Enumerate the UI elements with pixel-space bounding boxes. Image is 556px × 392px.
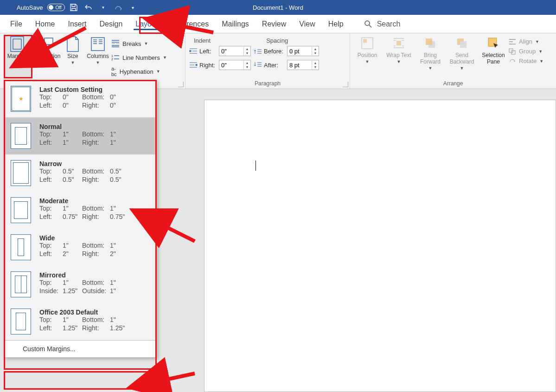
document-page[interactable] — [204, 100, 556, 392]
group-objects-button[interactable]: Group▼ — [509, 48, 543, 55]
margin-preset-title: Wide — [39, 234, 152, 242]
margin-val: 1" — [110, 139, 129, 146]
svg-rect-15 — [363, 39, 367, 43]
svg-line-27 — [162, 373, 195, 380]
spacing-before-input[interactable] — [288, 46, 312, 56]
indent-header: Indent — [194, 37, 211, 44]
margin-preset-narrow[interactable]: NarrowTop:0.5"Bottom:0.5"Left:0.5"Right:… — [4, 154, 156, 192]
spin-up-icon[interactable]: ▲ — [244, 47, 250, 51]
spacing-after-icon — [254, 62, 262, 68]
custom-margins-button[interactable]: Custom Margins... — [4, 340, 156, 357]
tab-home[interactable]: Home — [29, 16, 62, 32]
wrap-text-button[interactable]: Wrap Text ▼ — [385, 35, 412, 64]
margin-key: Top: — [39, 130, 63, 138]
spin-up-icon[interactable]: ▲ — [244, 61, 250, 65]
search-icon — [364, 20, 372, 28]
group-arrange: Position ▼ Wrap Text ▼ Bring Forward ▼ S… — [350, 33, 556, 89]
line-numbers-icon: 12 — [111, 54, 120, 61]
custom-margins-label: Custom Margins... — [23, 345, 76, 353]
tab-help[interactable]: Help — [322, 16, 350, 32]
chevron-down-icon: ▼ — [156, 69, 160, 74]
line-numbers-button[interactable]: 12 Line Numbers ▼ — [111, 52, 167, 63]
qat-customize-icon[interactable]: ▾ — [127, 1, 139, 13]
tab-file[interactable]: File — [4, 16, 29, 32]
save-icon[interactable] — [68, 1, 80, 13]
tab-references[interactable]: References — [164, 16, 215, 32]
margins-button[interactable]: Margins ▼ — [4, 35, 31, 77]
tab-insert[interactable]: Insert — [61, 16, 93, 32]
margin-preset-title: Moderate — [39, 197, 152, 205]
margin-key: Right: — [82, 324, 110, 332]
margin-val: 0.5" — [110, 176, 129, 183]
spacing-before-spinner[interactable]: ▲▼ — [287, 46, 319, 56]
orientation-label: Orientation — [33, 53, 61, 59]
margin-preset-mirrored[interactable]: MirroredTop:1"Bottom:1"Inside:1.25"Outsi… — [4, 266, 156, 303]
hyphenation-button[interactable]: a-bc Hyphenation ▼ — [111, 66, 167, 77]
indent-right-spinner[interactable]: ▲▼ — [219, 60, 251, 70]
send-backward-button[interactable]: Send Backward ▼ — [448, 35, 475, 71]
margin-key: Inside: — [39, 287, 63, 295]
margin-preset-normal[interactable]: NormalTop:1"Bottom:1"Left:1"Right:1" — [4, 117, 156, 154]
margin-preset-icon — [11, 123, 31, 149]
autosave-toggle[interactable]: Off — [47, 4, 64, 11]
margin-val: 1" — [110, 205, 129, 212]
margin-val: 1" — [110, 130, 129, 138]
callout-arrow-4 — [158, 371, 199, 392]
indent-left-input[interactable] — [219, 46, 243, 56]
spin-down-icon[interactable]: ▼ — [244, 65, 250, 69]
svg-rect-18 — [426, 39, 432, 45]
tab-design[interactable]: Design — [93, 16, 129, 32]
position-button[interactable]: Position ▼ — [354, 35, 381, 64]
redo-icon[interactable] — [112, 1, 124, 13]
wrap-text-label: Wrap Text — [386, 52, 411, 58]
breaks-button[interactable]: Breaks ▼ — [111, 38, 167, 49]
spin-down-icon[interactable]: ▼ — [312, 65, 319, 69]
search-box[interactable]: Search — [364, 20, 401, 28]
svg-line-26 — [162, 225, 195, 241]
margin-key: Left: — [39, 324, 63, 332]
tab-layout[interactable]: Layout — [129, 16, 164, 32]
rotate-button[interactable]: Rotate▼ — [509, 58, 543, 64]
selection-pane-button[interactable]: Selection Pane — [480, 35, 507, 65]
size-button[interactable]: Size ▼ — [63, 35, 83, 77]
size-label: Size — [67, 53, 78, 59]
group-paragraph: Indent Spacing Left: ▲▼ Right: — [185, 33, 350, 89]
tab-view[interactable]: View — [293, 16, 321, 32]
tab-review[interactable]: Review — [256, 16, 293, 32]
undo-icon[interactable] — [83, 1, 95, 13]
breaks-icon — [111, 40, 120, 47]
spacing-after-spinner[interactable]: ▲▼ — [287, 60, 319, 70]
orientation-button[interactable]: Orientation ▼ — [33, 35, 60, 77]
margin-val: 1" — [63, 130, 82, 138]
margin-preset-moderate[interactable]: ModerateTop:1"Bottom:1"Left:0.75"Right:0… — [4, 192, 156, 229]
chevron-down-icon: ▼ — [460, 66, 464, 71]
align-button[interactable]: Align▼ — [509, 38, 543, 45]
indent-right-icon — [189, 62, 198, 68]
tab-mailings[interactable]: Mailings — [215, 16, 256, 32]
margin-val: 1" — [110, 279, 129, 286]
columns-button[interactable]: Columns ▼ — [85, 35, 110, 77]
undo-dropdown-icon[interactable]: ▼ — [97, 1, 109, 13]
spin-up-icon[interactable]: ▲ — [312, 61, 319, 65]
spin-down-icon[interactable]: ▼ — [244, 51, 250, 55]
margin-preset-icon — [11, 308, 31, 334]
page-setup-launcher[interactable] — [178, 82, 184, 87]
columns-label: Columns — [87, 53, 109, 59]
margin-preset-office-2003-default[interactable]: Office 2003 DefaultTop:1"Bottom:1"Left:1… — [4, 303, 156, 340]
bring-forward-label: Bring Forward — [417, 52, 444, 65]
bring-forward-button[interactable]: Bring Forward ▼ — [417, 35, 444, 71]
margin-preset-wide[interactable]: WideTop:1"Bottom:1"Left:2"Right:2" — [4, 229, 156, 266]
margin-preset-icon — [11, 160, 31, 186]
indent-right-input[interactable] — [219, 60, 243, 70]
margin-preset-last-custom-setting[interactable]: ★Last Custom SettingTop:0"Bottom:0"Left:… — [4, 80, 156, 117]
spin-down-icon[interactable]: ▼ — [312, 51, 319, 55]
align-icon — [509, 39, 516, 45]
spacing-after-input[interactable] — [288, 60, 312, 70]
indent-left-spinner[interactable]: ▲▼ — [219, 46, 251, 56]
spin-up-icon[interactable]: ▲ — [312, 47, 319, 51]
chevron-down-icon: ▼ — [397, 59, 401, 64]
margin-key: Bottom: — [82, 167, 110, 175]
paragraph-launcher[interactable] — [343, 82, 348, 87]
margin-key: Bottom: — [82, 130, 110, 138]
margin-val: 2" — [63, 250, 82, 257]
